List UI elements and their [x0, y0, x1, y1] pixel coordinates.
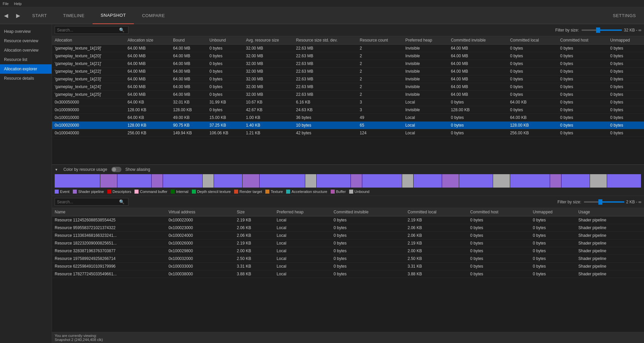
lower-cell-7-6: 0 bytes — [468, 270, 530, 278]
table-row[interactable]: Resource 18223200900082565​1...0x1000260… — [52, 239, 644, 247]
lower-filter: Filter by size: 2 KB - ∞ — [557, 200, 641, 204]
upper-col-header-10[interactable]: Committed host — [557, 36, 607, 45]
color-bar-segment-18 — [510, 174, 550, 188]
table-row[interactable]: Resource 19758992492582667​140x100032000… — [52, 255, 644, 263]
lower-cell-0-2: 2.19 KB — [234, 216, 274, 224]
table-row[interactable]: 'gameplay_texture_1k[25]'64.00 MiB64.00 … — [52, 91, 644, 98]
table-row[interactable]: 0x10001000064.00 KB49.00 KB15.00 KB1.00 … — [52, 114, 644, 122]
lower-cell-0-1: 0x100022000 — [166, 216, 234, 224]
upper-col-header-7[interactable]: Preferred heap — [402, 36, 448, 45]
sidebar-item-resource-details[interactable]: Resource details — [0, 74, 52, 83]
upper-cell-4-9: 0 bytes — [507, 75, 557, 83]
upper-cell-3-10: 0 bytes — [557, 68, 607, 75]
table-row[interactable]: 0x100040000256.00 KB149.94 KB106.06 KB1.… — [52, 129, 644, 137]
lower-filter-label: Filter by size: — [557, 200, 581, 204]
tab-snapshot[interactable]: SNAPSHOT — [93, 7, 134, 24]
tab-compare[interactable]: COMPARE — [134, 7, 173, 24]
table-row[interactable]: Resource 62259849101091799​960x100033000… — [52, 263, 644, 270]
lower-col-header-6[interactable]: Committed host — [468, 208, 530, 216]
table-row[interactable]: Resource 32838719637637038​770x100029800… — [52, 247, 644, 255]
upper-col-header-5[interactable]: Resource size std. dev. — [293, 36, 357, 45]
upper-col-header-9[interactable]: Committed local — [507, 36, 557, 45]
upper-slider-container: 32 KB - ∞ — [582, 28, 641, 32]
color-bar-chevron-icon[interactable]: ▼ — [55, 168, 58, 172]
settings-button[interactable]: SETTINGS — [605, 13, 644, 18]
lower-table-wrap[interactable]: NameVirtual addressSizePreferred heapCom… — [52, 208, 644, 332]
upper-cell-1-7: Invisible — [402, 52, 448, 60]
lower-cell-7-1: 0x100038000 — [166, 270, 234, 278]
upper-search-input[interactable] — [55, 27, 117, 33]
upper-col-header-3[interactable]: Unbound — [207, 36, 244, 45]
show-aliasing-toggle[interactable] — [111, 167, 121, 172]
nav-forward-button[interactable]: ▶ — [12, 10, 24, 22]
lower-col-header-2[interactable]: Size — [234, 208, 274, 216]
upper-cell-0-1: 64.00 MiB — [125, 45, 170, 52]
legend-color-7 — [265, 190, 269, 194]
lower-cell-7-8: Shader pipeline — [576, 270, 644, 278]
upper-cell-10-1: 128.00 KB — [125, 122, 170, 129]
lower-search-box[interactable]: 🔍 — [55, 198, 128, 206]
lower-cell-3-3: Local — [274, 239, 331, 247]
table-row[interactable]: 0x30005000064.00 KB32.01 KB31.99 KB10.67… — [52, 98, 644, 106]
lower-col-header-8[interactable]: Usage — [576, 208, 644, 216]
sidebar-item-heap-overview[interactable]: Heap overview — [0, 27, 52, 36]
lower-col-header-1[interactable]: Virtual address — [166, 208, 234, 216]
upper-cell-9-2: 49.00 KB — [170, 114, 207, 122]
upper-table: AllocationAllocation sizeBoundUnboundAvg… — [52, 36, 644, 137]
table-row[interactable]: Resource 11336346816632324​1...0x1000240… — [52, 232, 644, 239]
upper-size-slider[interactable] — [582, 29, 622, 31]
upper-col-header-11[interactable]: Unmapped — [607, 36, 644, 45]
upper-col-header-8[interactable]: Committed invisible — [448, 36, 507, 45]
table-row[interactable]: Resource 95955837210213743​220x100023000… — [52, 224, 644, 232]
tab-start[interactable]: START — [24, 7, 55, 24]
table-row[interactable]: 0x100090000128.00 KB128.00 KB0 bytes42.6… — [52, 106, 644, 114]
table-row[interactable]: 'gameplay_texture_1k[19]'64.00 MiB64.00 … — [52, 45, 644, 52]
upper-cell-11-8: 0 bytes — [448, 129, 507, 137]
table-row[interactable]: 'gameplay_texture_1k[23]'64.00 MiB64.00 … — [52, 75, 644, 83]
legend-item-4: Internal — [171, 190, 189, 194]
lower-col-header-7[interactable]: Unmapped — [530, 208, 576, 216]
menu-help[interactable]: Help — [14, 2, 22, 6]
upper-cell-1-8: 64.00 MB — [448, 52, 507, 60]
table-row[interactable]: 'gameplay_texture_1k[24]'64.00 MiB64.00 … — [52, 83, 644, 91]
table-row[interactable]: Resource 17827724503354966​1...0x1000380… — [52, 270, 644, 278]
upper-col-header-0[interactable]: Allocation — [52, 36, 125, 45]
table-row[interactable]: 'gameplay_texture_1k[21]'64.00 MiB64.00 … — [52, 60, 644, 68]
lower-col-header-3[interactable]: Preferred heap — [274, 208, 331, 216]
upper-table-wrap[interactable]: AllocationAllocation sizeBoundUnboundAvg… — [52, 36, 644, 164]
sidebar-item-resource-list[interactable]: Resource list — [0, 55, 52, 64]
lower-size-slider[interactable] — [584, 201, 624, 203]
upper-col-header-2[interactable]: Bound — [170, 36, 207, 45]
legend-label-1: Shader pipeline — [78, 190, 104, 194]
lower-search-input[interactable] — [55, 199, 117, 205]
upper-cell-6-10: 0 bytes — [557, 91, 607, 98]
upper-cell-0-5: 22.63 MB — [293, 45, 357, 52]
table-row[interactable]: 'gameplay_texture_1k[20]'64.00 MiB64.00 … — [52, 52, 644, 60]
upper-cell-5-11: 0 bytes — [607, 83, 644, 91]
sidebar-item-allocation-overview[interactable]: Allocation overview — [0, 46, 52, 55]
table-row[interactable]: Resource 11245260885385544​250x100022000… — [52, 216, 644, 224]
lower-cell-5-7: 0 bytes — [530, 255, 576, 263]
lower-col-header-4[interactable]: Committed invisible — [331, 208, 405, 216]
legend-label-8: Acceleration structure — [291, 190, 327, 194]
color-bar-segment-20 — [561, 174, 590, 188]
lower-cell-1-3: Local — [274, 224, 331, 232]
upper-col-header-4[interactable]: Avg. resource size — [243, 36, 293, 45]
upper-col-header-1[interactable]: Allocation size — [125, 36, 170, 45]
upper-cell-5-0: 'gameplay_texture_1k[24]' — [52, 83, 125, 91]
color-bar-segment-12 — [362, 174, 402, 188]
menu-file[interactable]: File — [3, 2, 9, 6]
nav-back-button[interactable]: ◀ — [0, 10, 12, 22]
lower-col-header-0[interactable]: Name — [52, 208, 166, 216]
upper-col-header-6[interactable]: Resource count — [357, 36, 403, 45]
sidebar-item-allocation-explorer[interactable]: Allocation explorer — [0, 64, 52, 74]
upper-search-icon: 🔍 — [117, 26, 126, 33]
lower-col-header-5[interactable]: Committed local — [405, 208, 468, 216]
table-row[interactable]: 0x100020000128.00 KB90.75 KB37.25 KB1.40… — [52, 122, 644, 129]
table-row[interactable]: 'gameplay_texture_1k[22]'64.00 MiB64.00 … — [52, 68, 644, 75]
sidebar-item-resource-overview[interactable]: Resource overview — [0, 36, 52, 46]
lower-cell-6-2: 3.31 KB — [234, 263, 274, 270]
color-bar-segment-7 — [243, 174, 260, 188]
tab-timeline[interactable]: TIMELINE — [55, 7, 93, 24]
upper-search-box[interactable]: 🔍 — [55, 26, 128, 34]
